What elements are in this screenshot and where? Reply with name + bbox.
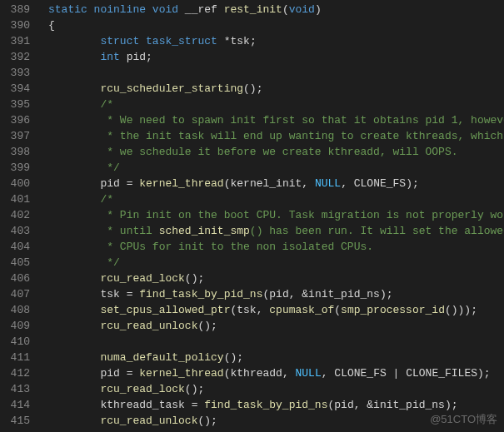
line-number: 411	[0, 350, 30, 365]
token-cmt: /*	[100, 193, 113, 206]
token-op: pid	[334, 399, 353, 411]
code-line: * we schedule it before we create kthrea…	[48, 144, 504, 160]
token-type: noinline	[94, 3, 152, 16]
token-op: ,	[322, 367, 335, 380]
token-op: =	[127, 177, 140, 190]
token-op: ();	[197, 320, 217, 332]
token-op: ();	[197, 415, 217, 427]
code-line: rcu_read_lock();	[48, 271, 504, 286]
code-line: pid = kernel_thread(kthreadd, NULL, CLON…	[48, 365, 504, 381]
code-line: set_cpus_allowed_ptr(tsk, cpumask_of(smp…	[48, 302, 504, 318]
token-op: |	[393, 367, 407, 380]
line-number: 410	[0, 334, 30, 350]
token-op: kernel_init	[230, 177, 302, 190]
token-fn: rcu_read_lock	[100, 272, 184, 285]
token-op: pid	[127, 51, 146, 63]
code-line: kthreadd_task = find_task_by_pid_ns(pid,…	[48, 397, 504, 413]
line-number: 412	[0, 365, 30, 381]
token-op: =	[127, 288, 140, 300]
token-fn: rcu_read_unlock	[100, 320, 197, 332]
code-line: rcu_scheduler_starting();	[48, 81, 504, 97]
code-line: * the init task will end up wanting to c…	[48, 128, 504, 144]
token-op: CLONE_FILES	[406, 367, 477, 380]
line-number: 398	[0, 144, 30, 160]
code-line: rcu_read_lock();	[48, 381, 504, 397]
line-number: 402	[0, 207, 30, 223]
line-number: 393	[0, 65, 30, 81]
token-op: , &	[354, 399, 373, 411]
token-cmt: ()	[250, 225, 263, 237]
line-number: 389	[0, 2, 30, 17]
line-number: 395	[0, 97, 30, 112]
code-line: /*	[48, 191, 504, 207]
code-line: {	[48, 17, 504, 33]
code-line: */	[48, 160, 504, 176]
token-op: kthreadd_task	[100, 399, 191, 411]
token-fn: find_task_by_pid_ns	[204, 399, 327, 411]
token-kw: void	[152, 3, 185, 16]
token-cmt: * CPUs for init to the non isolated CPUs…	[100, 241, 373, 253]
code-line: struct task_struct *tsk;	[48, 33, 504, 49]
line-number: 407	[0, 286, 30, 302]
token-op: (	[334, 304, 341, 316]
code-editor: 3893903913923933943953963973983994004014…	[0, 0, 504, 430]
code-line: * Pin init on the boot CPU. Task migrati…	[48, 207, 504, 223]
token-op: tsk	[237, 304, 256, 316]
code-line: /*	[48, 97, 504, 112]
token-op: tsk	[100, 288, 126, 300]
code-line: */	[48, 255, 504, 271]
line-number: 391	[0, 33, 30, 49]
token-op: ();	[185, 272, 204, 285]
line-number: 409	[0, 318, 30, 334]
line-number: 405	[0, 255, 30, 271]
token-fn: set_cpus_allowed_ptr	[100, 304, 230, 316]
line-number: 394	[0, 81, 30, 97]
token-kw: struct	[100, 35, 146, 47]
code-line	[48, 334, 504, 350]
token-op: ,	[302, 177, 315, 190]
token-fn: kernel_thread	[139, 177, 223, 190]
token-op: init_pid_ns	[373, 399, 445, 411]
line-number: 413	[0, 381, 30, 397]
token-op: =	[192, 399, 205, 411]
line-number: 406	[0, 271, 30, 286]
token-op: ,	[341, 177, 354, 190]
token-cmt: * Pin init on the boot CPU. Task migrati…	[100, 209, 504, 221]
token-fn: rest_init	[224, 3, 282, 16]
line-number: 400	[0, 176, 30, 191]
token-op: pid	[269, 288, 288, 300]
token-op: ;	[250, 35, 257, 47]
code-line	[48, 65, 504, 81]
token-op: (	[282, 3, 289, 16]
line-number: 392	[0, 49, 30, 65]
line-number: 401	[0, 191, 30, 207]
line-number: 399	[0, 160, 30, 176]
token-op: CLONE_FS	[354, 177, 406, 190]
token-op: ,	[257, 304, 270, 316]
token-fn: smp_processor_id	[341, 304, 445, 316]
token-op: ();	[224, 351, 243, 364]
token-cmt: */	[100, 161, 119, 174]
line-number: 414	[0, 397, 30, 413]
code-line: pid = kernel_thread(kernel_init, NULL, C…	[48, 176, 504, 191]
token-cmt: * We need to spawn init first so that it…	[100, 114, 504, 127]
token-op: pid	[100, 367, 126, 380]
token-type: task_struct	[146, 35, 224, 47]
token-op: pid	[100, 177, 126, 190]
line-number: 403	[0, 223, 30, 239]
token-cmt: /*	[100, 98, 113, 111]
token-op: , &	[289, 288, 308, 300]
token-op: init_pid_ns	[308, 288, 380, 300]
token-cnst: NULL	[296, 367, 322, 380]
token-op: )	[315, 3, 322, 16]
line-number: 404	[0, 239, 30, 255]
token-op: CLONE_FS	[334, 367, 392, 380]
code-line: static noinline void __ref rest_init(voi…	[48, 2, 504, 17]
token-op: =	[127, 367, 140, 380]
token-kw: static	[48, 3, 94, 16]
token-op: ();	[185, 383, 204, 395]
token-op: );	[380, 288, 393, 300]
token-fn: cpumask_of	[269, 304, 334, 316]
token-cmt: has been run. It will set the allowed	[262, 225, 504, 237]
code-line: * We need to spawn init first so that it…	[48, 112, 504, 128]
